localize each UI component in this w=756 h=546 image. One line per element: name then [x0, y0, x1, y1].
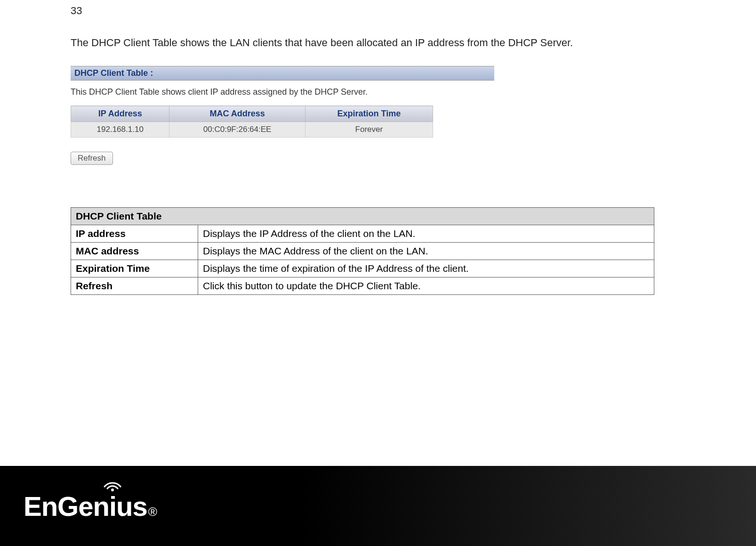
dhcp-client-table: IP Address MAC Address Expiration Time 1…	[71, 106, 433, 138]
doc-label: MAC address	[71, 243, 198, 260]
page-number: 33	[71, 5, 82, 17]
col-exp-header: Expiration Time	[305, 106, 433, 122]
registered-icon: ®	[148, 505, 157, 519]
doc-label: Expiration Time	[71, 260, 198, 277]
doc-desc: Displays the MAC Address of the client o…	[198, 243, 654, 260]
documentation-table-wrap: DHCP Client Table IP address Displays th…	[71, 207, 654, 295]
logo-i-with-wifi: i	[109, 490, 116, 522]
col-ip-header: IP Address	[71, 106, 169, 122]
screenshot-panel: DHCP Client Table : This DHCP Client Tab…	[71, 66, 494, 165]
doc-row-expiration: Expiration Time Displays the time of exp…	[71, 260, 654, 277]
section-header: DHCP Client Table :	[71, 66, 494, 81]
logo-text-en: EnGen	[24, 490, 109, 522]
doc-desc: Click this button to update the DHCP Cli…	[198, 277, 654, 295]
doc-row-refresh: Refresh Click this button to update the …	[71, 277, 654, 295]
logo-text-us: us	[116, 490, 147, 522]
logo-text-i: i	[109, 491, 116, 522]
cell-exp: Forever	[305, 122, 433, 138]
doc-desc: Displays the time of expiration of the I…	[198, 260, 654, 277]
doc-row-ip: IP address Displays the IP Address of th…	[71, 225, 654, 243]
doc-label: IP address	[71, 225, 198, 243]
doc-desc: Displays the IP Address of the client on…	[198, 225, 654, 243]
doc-row-mac: MAC address Displays the MAC Address of …	[71, 243, 654, 260]
table-row: 192.168.1.10 00:C0:9F:26:64:EE Forever	[71, 122, 433, 138]
engenius-logo: EnGen i us®	[24, 490, 157, 522]
table-header-row: IP Address MAC Address Expiration Time	[71, 106, 433, 122]
refresh-button[interactable]: Refresh	[71, 152, 113, 165]
page-footer: EnGen i us®	[0, 466, 756, 546]
intro-text: The DHCP Client Table shows the LAN clie…	[71, 37, 573, 49]
doc-label: Refresh	[71, 277, 198, 295]
wifi-icon	[103, 477, 122, 491]
cell-ip: 192.168.1.10	[71, 122, 169, 138]
doc-table-title: DHCP Client Table	[71, 208, 654, 225]
section-description: This DHCP Client Table shows client IP a…	[71, 87, 494, 97]
col-mac-header: MAC Address	[169, 106, 305, 122]
cell-mac: 00:C0:9F:26:64:EE	[169, 122, 305, 138]
doc-table-title-row: DHCP Client Table	[71, 208, 654, 225]
svg-point-0	[111, 489, 114, 491]
documentation-table: DHCP Client Table IP address Displays th…	[71, 207, 654, 295]
